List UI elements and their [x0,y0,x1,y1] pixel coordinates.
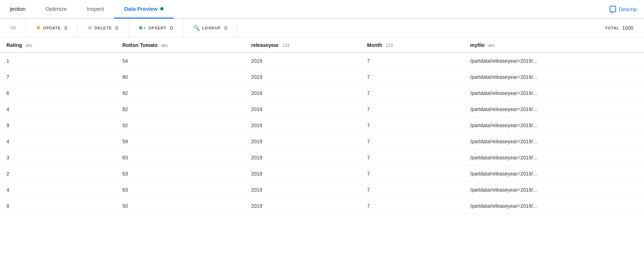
toolbar-lookup: 🔍 LOOKUP 0 [183,19,238,37]
col-label-month: Month [367,42,382,48]
cell-myfile-1: /partdata/releaseyear=2019/... [464,69,644,85]
cell-month-2: 7 [361,85,464,101]
cell-releaseyear-7: 2019 [245,166,361,182]
cell-rating-9: 8 [0,198,116,214]
table-row: 46320197/partdata/releaseyear=2019/... [0,182,644,198]
cell-releaseyear-9: 2019 [245,198,361,214]
cell-myfile-9: /partdata/releaseyear=2019/... [464,198,644,214]
col-label-rating: Rating [6,42,22,48]
cell-releaseyear-0: 2019 [245,53,361,69]
table-row: 45920197/partdata/releaseyear=2019/... [0,134,644,150]
cell-rotton-7: 63 [116,166,245,182]
cell-myfile-3: /partdata/releaseyear=2019/... [464,101,644,117]
lookup-count: 0 [224,25,227,31]
tab-optimize[interactable]: Optimize [35,0,77,19]
table-body: 15420197/partdata/releaseyear=2019/...78… [0,53,644,214]
nav-bar: jection Optimize Inspect Data Preview De… [0,0,644,19]
chat-icon [610,6,616,12]
cell-month-9: 7 [361,198,464,214]
col-label-releaseyear: releaseyear [251,42,279,48]
cell-releaseyear-6: 2019 [245,150,361,166]
cell-releaseyear-2: 2019 [245,85,361,101]
cell-rotton-4: 92 [116,117,245,134]
describe-button[interactable]: Descrip [602,0,644,18]
delete-label: DELETE [94,26,112,30]
col-type-month: 123 [386,43,393,48]
cell-myfile-2: /partdata/releaseyear=2019/... [464,85,644,101]
cell-month-8: 7 [361,182,464,198]
lookup-label: LOOKUP [202,26,221,30]
cell-rotton-1: 80 [116,69,245,85]
data-preview-active-dot [160,7,164,10]
toolbar-update: ✱ UPDATE 0 [26,19,78,37]
upsert-label: UPSERT [148,26,166,30]
table-row: 78020197/partdata/releaseyear=2019/... [0,69,644,85]
table-row: 15420197/partdata/releaseyear=2019/... [0,53,644,69]
col-header-month: Month 123 [361,37,464,53]
data-table-container: Rating abc Rotton Tomato abc releaseyear… [0,37,644,214]
cell-rating-5: 4 [0,134,116,150]
describe-label: Descrip [619,6,637,12]
cell-rotton-8: 63 [116,182,245,198]
cell-releaseyear-8: 2019 [245,182,361,198]
cell-releaseyear-3: 2019 [245,101,361,117]
cell-month-7: 7 [361,166,464,182]
toolbar-placeholder: 00 [7,19,26,37]
tab-inspect-label: Inspect [87,6,104,12]
cell-releaseyear-5: 2019 [245,134,361,150]
tab-jection-label: jection [10,6,25,12]
cell-rotton-2: 92 [116,85,245,101]
cell-month-5: 7 [361,134,464,150]
cell-rotton-6: 83 [116,150,245,166]
upsert-count: 0 [170,25,173,31]
col-type-releaseyear: 123 [282,43,289,48]
cell-rating-6: 3 [0,150,116,166]
col-header-rating: Rating abc [0,37,116,53]
cell-rating-7: 2 [0,166,116,182]
table-header: Rating abc Rotton Tomato abc releaseyear… [0,37,644,53]
col-type-myfile: abc [488,43,495,48]
col-type-rotton: abc [161,43,168,48]
total-label: TOTAL [605,26,619,30]
cell-myfile-8: /partdata/releaseyear=2019/... [464,182,644,198]
tab-inspect[interactable]: Inspect [77,0,114,19]
cell-rating-1: 7 [0,69,116,85]
col-header-releaseyear: releaseyear 123 [245,37,361,53]
nav-spacer [174,0,602,18]
tab-data-preview[interactable]: Data Preview [114,0,174,19]
cell-month-1: 7 [361,69,464,85]
col-type-rating: abc [25,43,32,48]
cell-rotton-3: 82 [116,101,245,117]
cell-rotton-0: 54 [116,53,245,69]
cell-releaseyear-4: 2019 [245,117,361,134]
cell-myfile-6: /partdata/releaseyear=2019/... [464,150,644,166]
delete-count: 0 [116,25,118,31]
data-table: Rating abc Rotton Tomato abc releaseyear… [0,37,644,214]
cell-rotton-5: 59 [116,134,245,150]
toolbar: 00 ✱ UPDATE 0 ✕ DELETE 0 ✱+ UPSERT 0 🔍 L… [0,19,644,37]
cell-releaseyear-1: 2019 [245,69,361,85]
tab-jection[interactable]: jection [0,0,35,19]
update-count: 0 [64,25,67,31]
update-label: UPDATE [43,26,61,30]
cell-rating-4: 9 [0,117,116,134]
table-row: 26320197/partdata/releaseyear=2019/... [0,166,644,182]
upsert-icon: ✱+ [138,25,146,31]
cell-rating-2: 6 [0,85,116,101]
toolbar-total: TOTAL 1000 [601,25,637,31]
toolbar-upsert: ✱+ UPSERT 0 [128,19,183,37]
table-row: 38320197/partdata/releaseyear=2019/... [0,150,644,166]
cell-rating-0: 1 [0,53,116,69]
cell-rating-8: 4 [0,182,116,198]
col-label-myfile: myfile [470,42,484,48]
col-header-rotton: Rotton Tomato abc [116,37,245,53]
cell-month-0: 7 [361,53,464,69]
table-row: 99220197/partdata/releaseyear=2019/... [0,117,644,134]
col-label-rotton: Rotton Tomato [122,42,158,48]
col-header-myfile: myfile abc [464,37,644,53]
tab-data-preview-label: Data Preview [124,6,157,12]
cell-rotton-9: 50 [116,198,245,214]
cell-myfile-7: /partdata/releaseyear=2019/... [464,166,644,182]
table-row: 85020197/partdata/releaseyear=2019/... [0,198,644,214]
table-row: 48220197/partdata/releaseyear=2019/... [0,101,644,117]
